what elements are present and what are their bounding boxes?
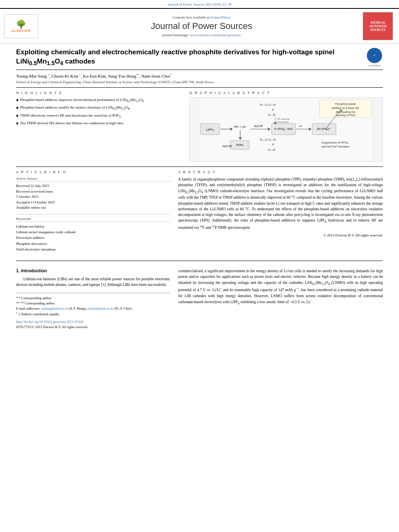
authors-line: Young-Min Song 1, Choon-Ki Kim 1, Ko-Eun… [16,73,383,78]
keyword-5: Solid electrolyte interphase [16,246,170,252]
footnotes-section: * * Corresponding author. ** ** Correspo… [16,293,170,329]
intro-title: 1. Introduction [16,268,170,273]
bullet-icon-3: ◆ [16,113,19,118]
svg-text:H⁺(PO₄) · H₂O: H⁺(PO₄) · H₂O [274,127,293,131]
svg-text:Phosphite-based: Phosphite-based [335,103,356,106]
received-date: Received 22 July 2015 [16,183,170,189]
svg-text:R—O     O—R: R—O O—R [260,138,276,142]
revised-date: 5 October 2015 [16,194,170,200]
graphical-heading: G R A P H I C A L A B S T R A C T [189,91,383,95]
highlight-item-2: ◆ Phosphite-based additives modify the s… [16,105,181,111]
highlights-graphical-section: H I G H L I G H T S ◆ Phosphite-based ad… [16,87,383,162]
svg-text:by phosphite: by phosphite [276,121,289,123]
svg-text:O—R: O—R [268,148,276,152]
elsevier-logo: 🌳 ELSEVIER [4,14,38,38]
bullet-icon-2: ◆ [16,105,19,110]
highlight-item-3: ◆ TMSP effectively removes HF and deacti… [16,113,181,119]
keywords-block: Keywords: Lithium-ion battery Lithium ni… [16,217,170,253]
svg-text:HF removal: HF removal [277,118,290,120]
footnote-note1: 1 1 Authors contributed equally. [16,311,170,317]
accepted-date: Accepted 13 October 2015 [16,200,170,205]
article-main: Exploiting chemically and electrochemica… [0,44,399,333]
abstract-column: A B S T R A C T A family of organophosph… [178,170,383,255]
footnote-star1: * * Corresponding author. [16,296,170,301]
keyword-2: Lithium nickel manganese oxide cathode [16,229,170,235]
svg-text:2H⁺(PO₄)²⁻: 2H⁺(PO₄)²⁻ [317,127,332,131]
page: Journal of Power Sources 302 (2016) 22–3… [0,0,399,532]
available-online: Available online xxx [16,205,170,211]
intro-right-column: commercialized, a significant improvemen… [178,268,383,330]
copyright-line: © 2015 Elsevier B.V. All rights reserved… [178,233,383,237]
svg-text:+H⁺: +H⁺ [299,125,303,127]
journal-citation: Journal of Power Sources 302 (2016) 22–3… [0,0,399,8]
bullet-icon-1: ◆ [16,98,19,102]
svg-text:O—R: O—R [268,113,276,117]
header-center: Contents lists available at ScienceDirec… [44,15,359,37]
svg-text:P: P [272,108,274,112]
article-info-column: A R T I C L E I N F O Article history: R… [16,170,170,255]
keyword-1: Lithium-ion battery [16,224,170,229]
intro-left-column: 1. Introduction Lithium-ion batteries (L… [16,268,170,330]
svg-text:H₂O HF: H₂O HF [254,125,263,127]
elsevier-tree-icon: 🌳 [16,20,26,28]
svg-text:R—O     O—R: R—O O—R [260,103,276,107]
crossmark-icon: ✓ [367,48,382,63]
journal-logo-right: JOURNALOF POWERSOURCES [363,12,395,40]
info-abstract-section: A R T I C L E I N F O Article history: R… [16,166,383,255]
keywords-label: Keywords: [16,217,170,222]
graphical-abstract-column: G R A P H I C A L A B S T R A C T LiPF₆ [189,91,383,162]
svg-text:H₂O  HF: H₂O HF [222,145,232,148]
section-divider [16,261,383,261]
intro-right-text: commercialized, a significant improvemen… [178,268,383,306]
affiliation-line: School of Energy and Chemical Engineerin… [16,80,383,84]
highlight-item-1: ◆ Phosphite-based additives improves ele… [16,97,181,103]
footnote-emails: E-mail addresses: syhong@unist.ac.kr (S.… [16,306,170,311]
intro-left-text: Lithium-ion batteries (LIBs) are one of … [16,276,170,288]
journal-title: Journal of Power Sources [44,21,359,31]
introduction-section: 1. Introduction Lithium-ion batteries (L… [16,265,383,330]
graphical-abstract-svg: LiPF₆ PF₅ + LiF POF₃ H₂O HF [189,98,383,161]
homepage-line: journal homepage: www.elsevier.com/locat… [44,33,359,37]
svg-text:and H₃PO₄F formation: and H₃PO₄F formation [322,146,350,148]
abstract-heading: A B S T R A C T [178,170,383,174]
svg-text:reactivity of POF₃: reactivity of POF₃ [336,114,356,117]
highlights-column: H I G H L I G H T S ◆ Phosphite-based ad… [16,91,181,162]
issn-line: 0378-7753/© 2015 Elsevier B.V. All right… [16,325,170,330]
article-title-section: Exploiting chemically and electrochemica… [16,48,383,70]
journal-header: 🌳 ELSEVIER Contents lists available at S… [0,8,399,44]
bullet-icon-4: ◆ [16,121,19,125]
power-sources-logo: JOURNALOF POWERSOURCES [363,12,393,40]
graphical-abstract-image: LiPF₆ PF₅ + LiF POF₃ H₂O HF [189,97,383,162]
article-title: Exploiting chemically and electrochemica… [16,48,362,67]
highlights-heading: H I G H L I G H T S [16,91,181,95]
footnote-star2: ** ** Corresponding author. [16,301,170,306]
article-info-heading: A R T I C L E I N F O [16,170,170,174]
crossmark-label: CrossMark [368,64,380,67]
elsevier-logo-area: 🌳 ELSEVIER [4,14,40,38]
svg-text:additive as a base site: additive as a base site [332,107,359,109]
crossmark-logo: ✓ CrossMark [366,48,383,67]
highlight-item-4: ◆ The TMSP-derived SEI allows fast lithi… [16,121,181,126]
svg-text:POF₃: POF₃ [237,144,244,147]
svg-text:PF₅ + LiF: PF₅ + LiF [234,125,246,128]
svg-text:P: P [272,143,274,147]
abstract-text: A family of organophosphorus compounds i… [178,177,383,230]
svg-text:deactivating the: deactivating the [336,111,356,114]
svg-text:LiPF₆: LiPF₆ [206,128,214,131]
sciencedirect-line: Contents lists available at ScienceDirec… [44,15,359,19]
history-label: Article history: [16,177,170,182]
elsevier-label: ELSEVIER [12,29,31,33]
keyword-3: Electrolyte additive [16,235,170,240]
article-history-block: Article history: Received 22 July 2015 R… [16,177,170,211]
svg-text:Suppression of HPO₃: Suppression of HPO₃ [322,141,348,144]
keyword-4: Phosphite derivatives [16,241,170,246]
received-revised: Received in revised form [16,189,170,195]
doi-link[interactable]: http://dx.doi.org/10.1016/j.jpowsour.201… [16,320,84,324]
